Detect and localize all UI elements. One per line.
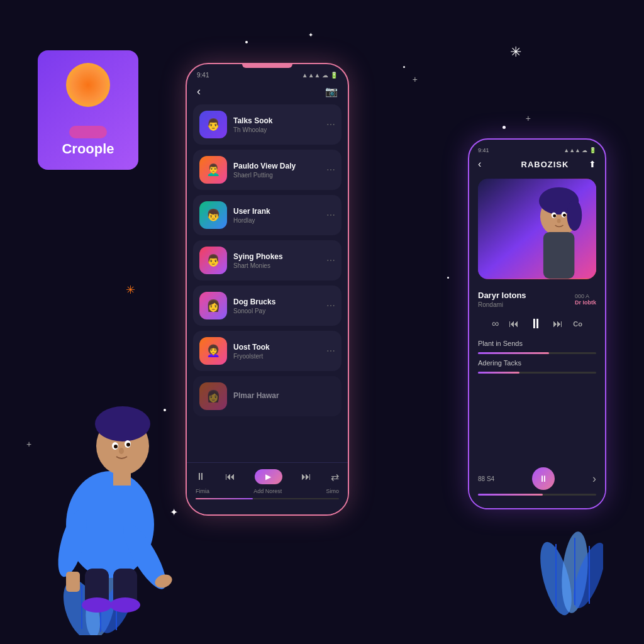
contact-item-1[interactable]: 👨 Talks Sook Th Whoolay ⋯ bbox=[193, 104, 341, 145]
player-label-right: Simo bbox=[326, 488, 339, 494]
app-box-label: Croople bbox=[62, 141, 114, 157]
app-box-sun bbox=[66, 63, 110, 107]
avatar-1: 👨 bbox=[199, 111, 227, 138]
svg-rect-15 bbox=[113, 468, 131, 486]
svg-point-18 bbox=[114, 445, 118, 448]
avatar-3: 👦 bbox=[199, 201, 227, 229]
co-button[interactable]: Co bbox=[573, 320, 582, 328]
svg-rect-32 bbox=[543, 232, 574, 279]
phone-right: 9:41 ▲▲▲ ☁ 🔋 ‹ RABOZISK ⬆ bbox=[468, 138, 606, 509]
contact-dots-3[interactable]: ⋯ bbox=[326, 210, 335, 220]
contact-sub-1: Th Whoolay bbox=[233, 126, 326, 133]
phone-right-status-bar: 9:41 ▲▲▲ ☁ 🔋 bbox=[469, 140, 605, 156]
svg-point-38 bbox=[557, 219, 561, 223]
progress-fill-left bbox=[196, 498, 253, 499]
track-name: Daryr Iotons bbox=[478, 291, 526, 300]
next-icon-left[interactable]: ⏭ bbox=[301, 471, 311, 482]
track-name-display: Daryr Iotons Rondami bbox=[478, 291, 526, 308]
play-button-left[interactable]: ▶ bbox=[255, 469, 282, 484]
contact-sub-4: Shart Monies bbox=[233, 262, 326, 269]
contact-dots-6[interactable]: ⋯ bbox=[326, 346, 335, 356]
bottom-controls-row: 88 S4 ⏸ › bbox=[478, 467, 596, 490]
player-label-left: Fimia bbox=[196, 488, 209, 494]
camera-icon[interactable]: 📷 bbox=[325, 86, 338, 97]
avatar-6: 👩‍🦱 bbox=[199, 337, 227, 365]
svg-point-36 bbox=[553, 214, 556, 218]
phone-right-title: RABOZISK bbox=[521, 160, 569, 169]
pause-icon-left[interactable]: ⏸ bbox=[196, 471, 206, 482]
contact-sub-3: Hordlay bbox=[233, 217, 326, 224]
contact-item-3[interactable]: 👦 User Irank Hordlay ⋯ bbox=[193, 195, 341, 235]
forward-chevron[interactable]: › bbox=[592, 472, 596, 486]
contact-item-6[interactable]: 👩‍🦱 Uost Took Fryoolstert ⋯ bbox=[193, 331, 341, 371]
avatar-2: 👨‍🦱 bbox=[199, 156, 227, 184]
contact-name-4: Sying Phokes bbox=[233, 252, 326, 261]
player-labels: Fimia Add Norest Simo bbox=[196, 488, 339, 494]
contact-item-4[interactable]: 👨 Sying Phokes Shart Monies ⋯ bbox=[193, 240, 341, 280]
contact-dots-1[interactable]: ⋯ bbox=[326, 119, 335, 130]
svg-rect-29 bbox=[478, 179, 596, 279]
playlist-progress-1 bbox=[478, 352, 596, 354]
contact-info-4: Sying Phokes Shart Monies bbox=[233, 252, 326, 269]
track-info: Daryr Iotons Rondami 000 A Dr Iobtk bbox=[469, 284, 605, 311]
phone-left: 9:41 ▲▲▲ ☁ 🔋 ‹ 📷 👨 Talks Sook Th Whoolay… bbox=[186, 63, 349, 516]
contact-dots-4[interactable]: ⋯ bbox=[326, 255, 335, 265]
track-meta: Daryr Iotons Rondami 000 A Dr Iobtk bbox=[478, 291, 596, 308]
track-sub: Rondami bbox=[478, 301, 526, 308]
time-left: 9:41 bbox=[197, 72, 209, 79]
contact-info-5: Dog Brucks Sonool Pay bbox=[233, 297, 326, 314]
contact-sub-2: Shaerl Putting bbox=[233, 172, 326, 179]
contact-name-7: Plmar Hawar bbox=[233, 391, 335, 400]
plus-1: + bbox=[413, 74, 418, 84]
star-dot-3 bbox=[502, 126, 506, 129]
contact-item-2[interactable]: 👨‍🦱 Pauldo View Daly Shaerl Putting ⋯ bbox=[193, 150, 341, 190]
contact-name-3: User Irank bbox=[233, 207, 326, 216]
play-round-button[interactable]: ⏸ bbox=[532, 467, 555, 490]
contact-info-3: User Irank Hordlay bbox=[233, 207, 326, 224]
avatar-4: 👨 bbox=[199, 247, 227, 274]
svg-point-20 bbox=[119, 448, 124, 454]
app-box: Croople bbox=[38, 50, 138, 170]
next-button-right[interactable]: ⏭ bbox=[553, 318, 563, 330]
playlist-fill-2 bbox=[478, 372, 519, 374]
phone-right-nav[interactable]: ‹ RABOZISK ⬆ bbox=[469, 156, 605, 174]
playlist-label-2: Adering Tacks bbox=[469, 357, 605, 369]
svg-point-33 bbox=[567, 199, 582, 230]
contact-info-2: Pauldo View Daly Shaerl Putting bbox=[233, 162, 326, 179]
contact-item-7: 👩 Plmar Hawar bbox=[193, 376, 341, 416]
album-art-person bbox=[478, 179, 596, 279]
prev-button-right[interactable]: ⏮ bbox=[509, 318, 519, 330]
contact-sub-6: Fryoolstert bbox=[233, 353, 326, 360]
player-bar-controls: ⏸ ⏮ ▶ ⏭ ⇄ bbox=[196, 469, 339, 484]
contact-sub-5: Sonool Pay bbox=[233, 308, 326, 314]
leaves-right bbox=[540, 503, 603, 619]
contact-info-6: Uost Took Fryoolstert bbox=[233, 343, 326, 360]
pause-button-right[interactable]: ⏸ bbox=[529, 316, 543, 332]
back-button-right[interactable]: ‹ bbox=[478, 158, 481, 170]
contact-item-5[interactable]: 👩 Dog Brucks Sonool Pay ⋯ bbox=[193, 286, 341, 326]
shuffle-icon-left[interactable]: ⇄ bbox=[331, 471, 339, 483]
bottom-progress-bar bbox=[478, 494, 596, 496]
upload-icon-right[interactable]: ⬆ bbox=[589, 159, 596, 169]
player-bar: ⏸ ⏮ ▶ ⏭ ⇄ Fimia Add Norest Simo bbox=[187, 462, 348, 514]
album-art bbox=[478, 179, 596, 279]
bottom-progress-fill bbox=[478, 494, 543, 496]
contact-name-6: Uost Took bbox=[233, 343, 326, 352]
contact-dots-5[interactable]: ⋯ bbox=[326, 301, 335, 311]
prev-icon-left[interactable]: ⏮ bbox=[225, 471, 235, 482]
phone-left-notch bbox=[242, 64, 292, 68]
time-display: 88 S4 bbox=[478, 475, 494, 482]
track-badge: Dr Iobtk bbox=[575, 299, 596, 306]
back-button-left[interactable]: ‹ bbox=[197, 85, 201, 98]
phone-left-nav[interactable]: ‹ 📷 bbox=[187, 81, 348, 104]
playlist-progress-2 bbox=[478, 372, 596, 374]
signal-icons-right: ▲▲▲ ☁ 🔋 bbox=[564, 147, 596, 153]
track-num: 000 A bbox=[575, 293, 596, 299]
track-numbers: 000 A Dr Iobtk bbox=[575, 293, 596, 306]
loop-button[interactable]: ∞ bbox=[492, 318, 499, 330]
contact-name-5: Dog Brucks bbox=[233, 297, 326, 306]
sparkle-top-right: ✳ bbox=[510, 44, 521, 60]
avatar-7: 👩 bbox=[199, 382, 227, 410]
contact-dots-2[interactable]: ⋯ bbox=[326, 165, 335, 175]
bottom-controls-right: 88 S4 ⏸ › bbox=[469, 462, 605, 508]
